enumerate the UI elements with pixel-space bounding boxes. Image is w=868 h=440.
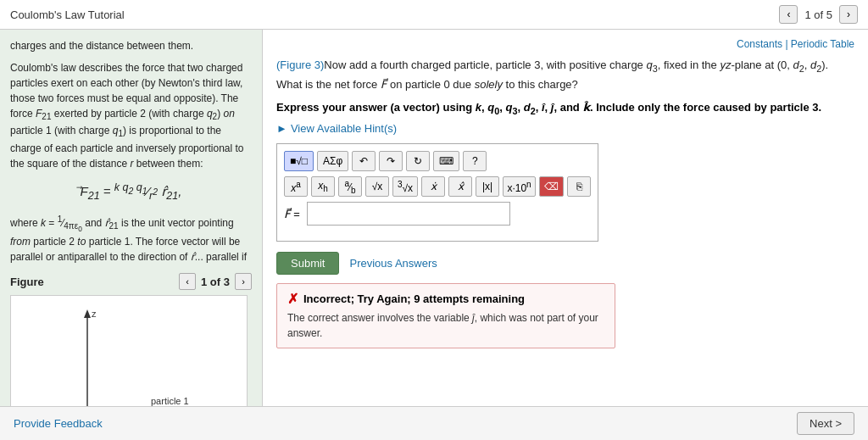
hat-icon: x̂ [458, 181, 464, 192]
subscript-icon: xh [318, 180, 328, 193]
left-text-coulombs: Coulomb's law describes the force that t… [10, 60, 252, 171]
insert-icon: ⎘ [576, 181, 582, 192]
math-input-box: ■√□ ΑΣφ ↶ ↷ ↻ ⌨ ? [276, 143, 598, 242]
page-indicator: 1 of 5 [804, 8, 832, 21]
insert-button[interactable]: ⎘ [567, 176, 591, 197]
next-page-button[interactable]: › [839, 5, 858, 24]
help-icon: ? [472, 155, 478, 167]
header-navigation: ‹ 1 of 5 › [779, 5, 858, 24]
sqrt-button[interactable]: √x [365, 176, 389, 197]
delete-icon: ⌫ [544, 181, 559, 192]
previous-answers-link[interactable]: Previous Answers [349, 257, 437, 270]
answer-label: F⃗ = [284, 208, 300, 220]
hint-arrow-icon: ► [276, 122, 287, 135]
constants-links: Constants | Periodic Table [276, 38, 854, 50]
provide-feedback-link[interactable]: Provide Feedback [14, 417, 103, 430]
prev-page-button[interactable]: ‹ [779, 5, 798, 24]
hat-button[interactable]: x̂ [448, 176, 472, 197]
abs-button[interactable]: |x| [476, 176, 499, 197]
cbrt-button[interactable]: 3√x [392, 176, 418, 197]
help-button[interactable]: ? [463, 151, 487, 171]
symbol-icon: ■√□ [290, 155, 308, 167]
figure-next-button[interactable]: › [235, 273, 252, 290]
answer-input[interactable] [307, 202, 510, 226]
cbrt-icon: 3√x [398, 180, 413, 194]
svg-text:particle 1: particle 1 [151, 396, 189, 406]
figure-header: Figure ‹ 1 of 3 › [10, 273, 252, 290]
figure-prev-button[interactable]: ‹ [179, 273, 196, 290]
fraction-icon: a⁄b [344, 179, 355, 195]
toolbar-row-2: xa xh a⁄b √x 3√x ẋ x̂ [284, 176, 591, 197]
redo-icon: ↷ [387, 155, 395, 167]
error-box: ✗ Incorrect; Try Again; 9 attempts remai… [276, 283, 615, 348]
fraction-button[interactable]: a⁄b [338, 176, 362, 197]
error-icon: ✗ [287, 291, 298, 307]
right-panel: Constants | Periodic Table (Figure 3)Now… [263, 30, 868, 440]
main-content: charges and the distance between them. C… [0, 30, 868, 440]
dot-icon: ẋ [431, 181, 437, 192]
greek-icon: ΑΣφ [323, 155, 342, 167]
scientific-notation-button[interactable]: x·10n [503, 176, 536, 197]
left-panel: charges and the distance between them. C… [0, 30, 263, 440]
constants-link[interactable]: Constants [737, 38, 782, 50]
svg-text:z: z [92, 309, 97, 319]
figure-navigation: ‹ 1 of 3 › [179, 273, 252, 290]
figure-page-indicator: 1 of 3 [201, 274, 230, 291]
symbol-palette-button[interactable]: ■√□ [284, 151, 314, 171]
left-text-charges: charges and the distance between them. [10, 38, 252, 53]
left-text-where: where k = 1⁄4πε0 and r̂21 is the unit ve… [10, 213, 252, 265]
sci-notation-icon: x·10n [507, 180, 531, 194]
submit-row: Submit Previous Answers [276, 252, 854, 275]
redo-button[interactable]: ↷ [379, 151, 403, 171]
svg-marker-1 [84, 309, 91, 318]
figure-3-link[interactable]: (Figure 3) [276, 58, 324, 71]
error-message: The correct answer involves the variable… [287, 310, 604, 341]
footer: Provide Feedback Next > [0, 406, 868, 440]
greek-palette-button[interactable]: ΑΣφ [317, 151, 348, 171]
formula-display: ⃗F21 = k q2 q1⁄r2 r̂21, [10, 180, 252, 204]
keyboard-icon: ⌨ [439, 155, 453, 167]
dot-button[interactable]: ẋ [421, 176, 445, 197]
periodic-table-link[interactable]: Periodic Table [791, 38, 854, 50]
toolbar-row-1: ■√□ ΑΣφ ↶ ↷ ↻ ⌨ ? [284, 151, 591, 171]
reset-button[interactable]: ↻ [406, 151, 430, 171]
power-icon: xa [291, 180, 301, 194]
error-header: ✗ Incorrect; Try Again; 9 attempts remai… [287, 291, 604, 307]
submit-button[interactable]: Submit [276, 252, 339, 275]
app-title: Coulomb's Law Tutorial [10, 8, 125, 21]
hint-label: View Available Hint(s) [291, 122, 397, 135]
error-title: Incorrect; Try Again; 9 attempts remaini… [303, 292, 525, 305]
figure-label: Figure [10, 274, 44, 291]
power-button[interactable]: xa [284, 176, 308, 197]
sqrt-icon: √x [372, 181, 383, 192]
hint-toggle[interactable]: ► View Available Hint(s) [276, 122, 854, 135]
answer-row: F⃗ = [284, 202, 591, 226]
abs-icon: |x| [482, 181, 492, 192]
subscript-button[interactable]: xh [311, 176, 335, 197]
reset-icon: ↻ [414, 155, 422, 167]
delete-button[interactable]: ⌫ [539, 176, 564, 197]
header: Coulomb's Law Tutorial ‹ 1 of 5 › [0, 0, 868, 30]
undo-button[interactable]: ↶ [352, 151, 376, 171]
problem-statement: (Figure 3)Now add a fourth charged parti… [276, 57, 854, 94]
keyboard-button[interactable]: ⌨ [433, 151, 459, 171]
answer-instruction: Express your answer (a vector) using k, … [276, 101, 854, 116]
undo-icon: ↶ [359, 155, 368, 167]
next-button[interactable]: Next > [797, 412, 854, 435]
